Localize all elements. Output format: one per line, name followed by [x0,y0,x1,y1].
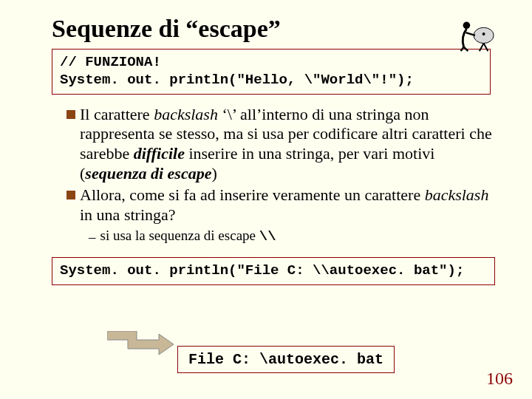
bullet-item: Il carattere backslash ‘\’ all’interno d… [66,105,495,184]
dash-bullet-icon: – [89,229,96,245]
svg-point-1 [482,33,485,35]
bullet-text: Il carattere backslash ‘\’ all’interno d… [80,105,495,184]
square-bullet-icon [66,191,75,200]
square-bullet-icon [66,110,75,119]
bullet-list: Il carattere backslash ‘\’ all’interno d… [66,105,495,246]
arrow-icon [107,331,174,358]
decorative-figure [454,15,497,52]
sub-bullet-text: si usa la sequenza di escape \\ [100,228,276,245]
slide-title: Sequenze di “escape” [52,15,495,43]
bullet-item: Allora, come si fa ad inserire veramente… [66,185,495,225]
svg-point-0 [474,27,494,43]
sub-bullet-item: – si usa la sequenza di escape \\ [89,228,495,245]
output-box: File C: \autoexec. bat [177,346,395,373]
svg-point-2 [463,22,471,30]
code-block-2: System. out. println("File C: \\autoexec… [52,257,495,285]
slide-container: Sequenze di “escape” // FUNZIONA! System… [0,0,532,310]
code-line: System. out. println("Hello, \"World\"!"… [60,72,414,88]
page-number: 106 [486,369,513,389]
code-line: // FUNZIONA! [60,54,161,70]
code-block-1: // FUNZIONA! System. out. println("Hello… [52,49,491,95]
bullet-text: Allora, come si fa ad inserire veramente… [80,185,495,225]
